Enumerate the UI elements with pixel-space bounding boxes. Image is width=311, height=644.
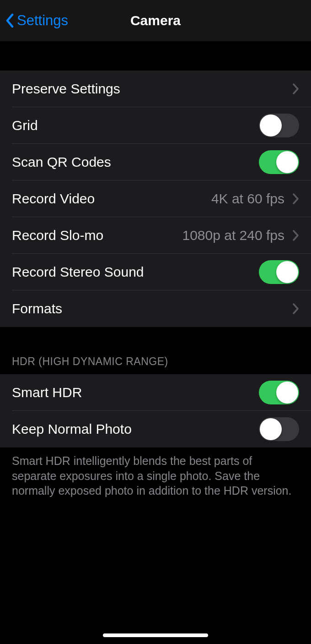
- row-formats[interactable]: Formats: [0, 290, 311, 327]
- row-record-stereo: Record Stereo Sound: [0, 254, 311, 290]
- toggle-knob: [260, 418, 282, 440]
- row-smart-hdr: Smart HDR: [0, 374, 311, 411]
- nav-bar: Settings Camera: [0, 0, 311, 41]
- toggle-record-stereo[interactable]: [259, 260, 299, 284]
- spacer: [0, 41, 311, 71]
- toggle-knob: [276, 382, 298, 404]
- toggle-knob: [260, 115, 282, 136]
- row-grid: Grid: [0, 107, 311, 144]
- toggle-knob: [276, 151, 298, 173]
- spacer: [0, 327, 311, 355]
- toggle-grid[interactable]: [259, 114, 299, 137]
- chevron-right-icon: [293, 83, 299, 94]
- content: Preserve Settings Grid Scan QR Codes Re: [0, 41, 311, 498]
- home-indicator[interactable]: [103, 633, 208, 637]
- row-label: Scan QR Codes: [12, 154, 259, 170]
- row-label: Record Stereo Sound: [12, 264, 259, 280]
- row-label: Keep Normal Photo: [12, 421, 259, 437]
- row-label: Record Video: [12, 191, 211, 207]
- page-title: Camera: [130, 13, 181, 28]
- chevron-right-icon: [293, 193, 299, 204]
- section-header-hdr: HDR (HIGH DYNAMIC RANGE): [0, 355, 311, 374]
- back-button[interactable]: Settings: [5, 12, 68, 29]
- chevron-left-icon: [5, 12, 15, 29]
- toggle-knob: [276, 261, 298, 283]
- row-scan-qr: Scan QR Codes: [0, 144, 311, 180]
- row-label: Preserve Settings: [12, 81, 293, 97]
- row-label: Grid: [12, 118, 259, 133]
- toggle-scan-qr[interactable]: [259, 150, 299, 174]
- settings-group-1: Preserve Settings Grid Scan QR Codes Re: [0, 71, 311, 327]
- toggle-smart-hdr[interactable]: [259, 381, 299, 404]
- row-record-video[interactable]: Record Video 4K at 60 fps: [0, 180, 311, 217]
- row-keep-normal-photo: Keep Normal Photo: [0, 411, 311, 448]
- row-label: Record Slo-mo: [12, 228, 182, 243]
- row-label: Formats: [12, 301, 293, 317]
- section-footer-hdr: Smart HDR intelligently blends the best …: [0, 448, 311, 498]
- row-record-slomo[interactable]: Record Slo-mo 1080p at 240 fps: [0, 217, 311, 254]
- chevron-right-icon: [293, 303, 299, 314]
- settings-group-2: Smart HDR Keep Normal Photo: [0, 374, 311, 448]
- back-label: Settings: [17, 12, 68, 29]
- row-label: Smart HDR: [12, 385, 259, 400]
- row-value: 4K at 60 fps: [211, 191, 284, 207]
- row-preserve-settings[interactable]: Preserve Settings: [0, 71, 311, 107]
- toggle-keep-normal-photo[interactable]: [259, 417, 299, 441]
- row-value: 1080p at 240 fps: [182, 228, 284, 243]
- chevron-right-icon: [293, 230, 299, 241]
